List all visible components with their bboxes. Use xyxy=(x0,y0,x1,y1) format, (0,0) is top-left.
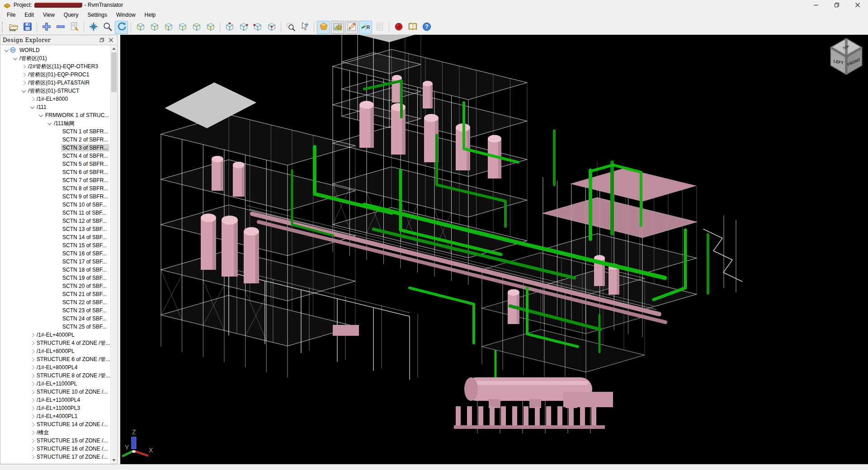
toolbar-view-bottom-button[interactable] xyxy=(204,21,217,34)
menu-item-view[interactable]: View xyxy=(38,10,59,19)
scroll-down-button[interactable] xyxy=(111,457,117,464)
toolbar-zoom-window-button[interactable] xyxy=(284,21,297,34)
toolbar-view-left-button[interactable] xyxy=(162,21,175,34)
scroll-thumb[interactable] xyxy=(111,52,117,92)
tree-item[interactable]: /1#-EL+11000PL xyxy=(0,380,111,388)
toolbar-grip[interactable] xyxy=(2,22,5,33)
tree-item[interactable]: STRUCTURE 10 of ZONE /... xyxy=(0,388,111,396)
toolbar-zoom-view-button[interactable] xyxy=(101,21,114,34)
scroll-up-button[interactable] xyxy=(111,45,117,52)
toolbar-view-back-button[interactable] xyxy=(148,21,161,34)
chevron-right-icon[interactable] xyxy=(20,73,27,76)
tree-item[interactable]: STRUCTURE 15 of ZONE /... xyxy=(0,437,111,445)
tree-item[interactable]: SCTN 5 of SBFR... xyxy=(0,160,111,168)
toolbar-view-iso-3-button[interactable] xyxy=(251,21,264,34)
toolbar-add-model-button[interactable] xyxy=(40,21,53,34)
tree-item[interactable]: SCTN 11 of SBF... xyxy=(0,209,111,217)
chevron-right-icon[interactable] xyxy=(29,407,35,410)
tree-item[interactable]: SCTN 19 of SBF... xyxy=(0,274,111,282)
tree-item[interactable]: WORLD xyxy=(0,46,111,54)
tree-item[interactable]: SCTN 23 of SBF... xyxy=(0,306,111,315)
chevron-down-icon[interactable] xyxy=(29,106,35,109)
toolbar-view-top-button[interactable] xyxy=(190,21,203,34)
tree-item[interactable]: SCTN 12 of SBF... xyxy=(0,217,111,225)
chevron-right-icon[interactable] xyxy=(20,65,27,68)
tree-item[interactable]: STRUCTURE 14 of ZONE /... xyxy=(0,420,111,428)
toolbar-view-iso-4-button[interactable] xyxy=(265,21,278,34)
chevron-right-icon[interactable] xyxy=(29,358,35,361)
toolbar-view-front-button[interactable] xyxy=(134,21,147,34)
panel-close-button[interactable] xyxy=(107,37,115,43)
chevron-down-icon[interactable] xyxy=(20,89,27,93)
tree-item[interactable]: SCTN 17 of SBF... xyxy=(0,258,111,266)
tree-item[interactable]: SCTN 10 of SBF... xyxy=(0,201,111,209)
chevron-right-icon[interactable] xyxy=(29,447,35,451)
tree-item[interactable]: /1#-EL+8000 xyxy=(0,95,111,103)
chevron-right-icon[interactable] xyxy=(29,415,35,418)
chevron-right-icon[interactable] xyxy=(29,439,35,442)
menu-item-edit[interactable]: Edit xyxy=(20,10,38,19)
tree-item[interactable]: SCTN 7 of SBFR... xyxy=(0,176,111,184)
tree-item[interactable]: STRUCTURE 4 of ZONE /管... xyxy=(0,339,111,347)
close-button[interactable] xyxy=(847,0,868,10)
toolbar-shaded-mode-button[interactable] xyxy=(317,21,330,34)
tree-item[interactable]: SCTN 4 of SBFR... xyxy=(0,152,111,160)
toolbar-render-settings-button[interactable] xyxy=(331,21,344,34)
tree-item[interactable]: STRUCTURE 16 of ZONE /... xyxy=(0,445,111,453)
chevron-right-icon[interactable] xyxy=(29,456,35,459)
tree-item[interactable]: /管桥区(01)-PLAT&STAIR xyxy=(0,79,111,87)
toolbar-help-button[interactable]: ? xyxy=(420,21,433,34)
tree-item[interactable]: SCTN 22 of SBF... xyxy=(0,298,111,306)
tree-item[interactable]: /1#-EL+11000PL3 xyxy=(0,404,111,412)
toolbar-draw-style-button[interactable] xyxy=(345,21,358,34)
chevron-right-icon[interactable] xyxy=(20,81,27,85)
tree-item[interactable]: SCTN 13 of SBF... xyxy=(0,225,111,233)
chevron-right-icon[interactable] xyxy=(29,431,35,434)
3d-scene-canvas[interactable]: LEFTFRONTTOPZXY xyxy=(120,35,868,464)
tree-item[interactable]: /槽盒 xyxy=(0,428,111,437)
toolbar-view-iso-2-button[interactable] xyxy=(237,21,250,34)
chevron-down-icon[interactable] xyxy=(12,57,18,60)
toolbar-refresh-view-button[interactable] xyxy=(115,21,128,34)
tree-item[interactable]: SCTN 6 of SBFR... xyxy=(0,168,111,176)
tree-item[interactable]: /管桥区(01)-STRUCT xyxy=(0,87,111,95)
chevron-down-icon[interactable] xyxy=(46,122,52,125)
menu-item-window[interactable]: Window xyxy=(112,10,140,19)
tree-item[interactable]: SCTN 3 of SBFR... xyxy=(0,144,111,152)
chevron-right-icon[interactable] xyxy=(29,382,35,385)
tree-item[interactable]: SCTN 20 of SBF... xyxy=(0,282,111,290)
chevron-down-icon[interactable] xyxy=(38,114,44,117)
tree-item[interactable]: SCTN 15 of SBF... xyxy=(0,241,111,249)
tree-item[interactable]: /管桥区(01)-EQP-PROC1 xyxy=(0,70,111,79)
toolbar-manual-button[interactable] xyxy=(406,21,419,34)
tree-scrollbar[interactable] xyxy=(110,45,117,464)
toolbar-open-rvm-file-button[interactable]: RVM xyxy=(7,21,20,34)
menu-item-file[interactable]: File xyxy=(2,10,20,19)
tree-item[interactable]: FRMWORK 1 of STRUC... xyxy=(0,111,111,119)
tree-item[interactable]: SCTN 14 of SBF... xyxy=(0,233,111,241)
menu-item-help[interactable]: Help xyxy=(140,10,160,19)
menu-item-settings[interactable]: Settings xyxy=(83,10,112,19)
chevron-right-icon[interactable] xyxy=(29,350,35,353)
tree-item[interactable]: STRUCTURE 17 of ZONE /... xyxy=(0,453,111,461)
chevron-down-icon[interactable] xyxy=(3,49,9,52)
chevron-right-icon[interactable] xyxy=(29,342,35,345)
toolbar-stamp-button[interactable] xyxy=(392,21,405,34)
tree-item[interactable]: /1#-EL+4000PL xyxy=(0,331,111,339)
restore-button[interactable] xyxy=(826,0,847,10)
minimize-button[interactable] xyxy=(806,0,826,10)
tree-item[interactable]: SCTN 16 of SBF... xyxy=(0,249,111,258)
3d-viewport[interactable]: LEFTFRONTTOPZXY xyxy=(120,35,868,464)
chevron-right-icon[interactable] xyxy=(29,374,35,377)
chevron-right-icon[interactable] xyxy=(29,399,35,402)
chevron-right-icon[interactable] xyxy=(29,423,35,426)
tree-item[interactable]: /管桥区(01) xyxy=(0,54,111,62)
tree-item[interactable]: SCTN 8 of SBFR... xyxy=(0,184,111,193)
tree-item[interactable]: /1#-EL+8000PL xyxy=(0,347,111,355)
toolbar-clip-plane-button[interactable]: R xyxy=(359,21,372,34)
toolbar-view-right-button[interactable] xyxy=(176,21,189,34)
tree-item[interactable]: /111轴网 xyxy=(0,119,111,127)
menu-item-query[interactable]: Query xyxy=(59,10,83,19)
tree-item[interactable]: /2#管桥区(11)-EQP-OTHER3 xyxy=(0,62,111,70)
tree-item[interactable]: /1#-EL+11000PL4 xyxy=(0,396,111,404)
